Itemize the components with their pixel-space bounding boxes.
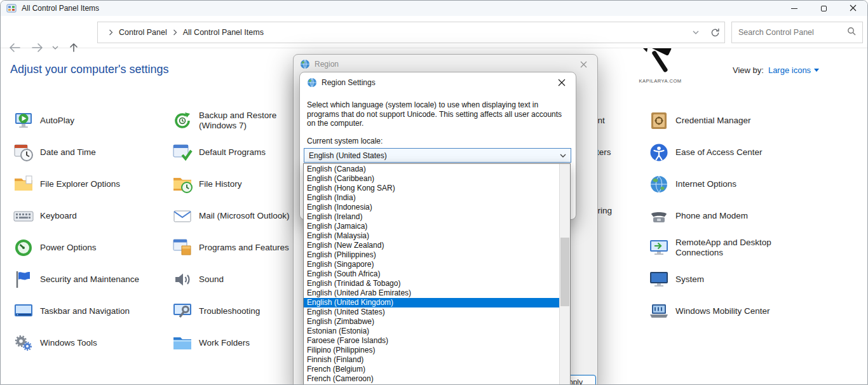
recent-pages-chevron[interactable] bbox=[49, 40, 62, 55]
control-panel-item[interactable]: System bbox=[649, 269, 704, 290]
back-button[interactable] bbox=[6, 40, 24, 55]
locale-option[interactable]: English (Canada) bbox=[304, 165, 559, 174]
region-settings-close-button[interactable] bbox=[547, 72, 576, 93]
address-dropdown-chevron[interactable] bbox=[686, 22, 705, 43]
default-programs-icon bbox=[172, 142, 193, 163]
locale-option[interactable]: English (Jamaica) bbox=[304, 222, 559, 231]
control-panel-item[interactable]: RemoteApp and Desktop Connections bbox=[649, 238, 771, 258]
current-locale-label: Current system locale: bbox=[307, 137, 383, 145]
control-panel-item-label: File Explorer Options bbox=[40, 179, 120, 190]
control-panel-item[interactable]: Mail (Microsoft Outlook) bbox=[172, 206, 290, 226]
sound-icon bbox=[172, 269, 193, 290]
security-maintenance-icon bbox=[13, 269, 34, 290]
control-panel-item[interactable]: Programs and Features bbox=[172, 238, 289, 258]
breadcrumb-all-control-panel-items[interactable]: All Control Panel Items bbox=[182, 27, 265, 38]
locale-option[interactable]: French (Belgium) bbox=[304, 365, 559, 374]
combobox-value: English (United States) bbox=[309, 151, 387, 160]
control-panel-item[interactable]: Sound bbox=[172, 269, 224, 290]
locale-option[interactable]: English (Philippines) bbox=[304, 250, 559, 260]
refresh-button[interactable] bbox=[705, 22, 724, 43]
breadcrumb-chevron-icon bbox=[104, 29, 118, 36]
system-locale-combobox[interactable]: English (United States) bbox=[304, 148, 571, 163]
locale-option[interactable]: English (Ireland) bbox=[304, 212, 559, 222]
locale-option[interactable]: English (Indonesia) bbox=[304, 203, 559, 212]
navigation-bar: Control Panel All Control Panel Items bbox=[1, 16, 867, 48]
locale-option[interactable]: English (New Zealand) bbox=[304, 241, 559, 250]
control-panel-item[interactable]: Date and Time bbox=[13, 142, 96, 163]
control-panel-item[interactable]: Backup and Restore (Windows 7) bbox=[172, 111, 276, 131]
control-panel-item-label: Ease of Access Center bbox=[675, 147, 763, 158]
control-panel-item-label: Work Folders bbox=[199, 338, 250, 349]
locale-option[interactable]: English (United Kingdom) bbox=[304, 298, 559, 307]
control-panel-item[interactable]: Default Programs bbox=[172, 142, 266, 163]
windows-tools-icon bbox=[13, 333, 34, 353]
backup-restore-icon bbox=[172, 111, 193, 131]
control-panel-item[interactable]: Windows Mobility Center bbox=[649, 301, 770, 321]
control-panel-item[interactable]: Ease of Access Center bbox=[649, 142, 763, 163]
search-input[interactable] bbox=[738, 28, 847, 37]
locale-option[interactable]: Estonian (Estonia) bbox=[304, 327, 559, 336]
window-controls bbox=[780, 1, 867, 16]
locale-dropdown-list: English (Canada)English (Caribbean)Engli… bbox=[303, 163, 571, 385]
address-bar[interactable]: Control Panel All Control Panel Items bbox=[97, 22, 725, 43]
control-panel-item[interactable]: Windows Tools bbox=[13, 333, 97, 353]
locale-option[interactable]: Filipino (Philippines) bbox=[304, 346, 559, 355]
forward-button[interactable] bbox=[29, 40, 46, 55]
locale-option[interactable]: English (South Africa) bbox=[304, 269, 559, 279]
control-panel-item-label: RemoteApp and Desktop Connections bbox=[675, 238, 771, 259]
breadcrumb-control-panel[interactable]: Control Panel bbox=[118, 27, 168, 38]
locale-option[interactable]: English (Trinidad & Tobago) bbox=[304, 279, 559, 288]
remoteapp-icon bbox=[649, 238, 669, 258]
keyboard-icon bbox=[13, 206, 34, 226]
control-panel-item[interactable]: Credential Manager bbox=[649, 111, 751, 131]
control-panel-item-label: Credential Manager bbox=[675, 116, 751, 126]
locale-option[interactable]: English (Hong Kong SAR) bbox=[304, 184, 559, 193]
locale-options: English (Canada)English (Caribbean)Engli… bbox=[304, 165, 559, 385]
control-panel-item-label: Default Programs bbox=[199, 147, 266, 158]
control-panel-item[interactable]: Security and Maintenance bbox=[13, 269, 139, 290]
globe-icon bbox=[300, 59, 310, 69]
region-dialog-close-button[interactable] bbox=[569, 55, 597, 74]
locale-option[interactable]: Faroese (Faroe Islands) bbox=[304, 336, 559, 346]
locale-option[interactable]: English (Zimbabwe) bbox=[304, 317, 559, 327]
control-panel-window: All Control Panel Items Control Panel Al… bbox=[0, 0, 868, 385]
control-panel-item-label: Windows Tools bbox=[40, 338, 97, 349]
search-icon bbox=[847, 27, 856, 38]
control-panel-item[interactable]: Power Options bbox=[13, 238, 97, 258]
control-panel-item[interactable]: File History bbox=[172, 174, 242, 194]
taskbar-navigation-icon bbox=[13, 301, 34, 321]
up-button[interactable] bbox=[65, 40, 83, 55]
locale-option[interactable]: French (Cameroon) bbox=[304, 374, 559, 384]
locale-option[interactable]: Finnish (Finland) bbox=[304, 355, 559, 365]
close-button[interactable] bbox=[838, 1, 867, 16]
control-panel-icon bbox=[6, 3, 17, 13]
control-panel-item[interactable]: Keyboard bbox=[13, 206, 77, 226]
control-panel-item[interactable]: Phone and Modem bbox=[649, 206, 748, 226]
locale-option[interactable]: English (India) bbox=[304, 193, 559, 203]
credential-manager-icon bbox=[649, 111, 669, 131]
locale-option[interactable]: English (United States) bbox=[304, 307, 559, 317]
control-panel-item-label: Backup and Restore (Windows 7) bbox=[199, 111, 276, 132]
scrollbar[interactable] bbox=[559, 164, 570, 385]
control-panel-item-label: Mail (Microsoft Outlook) bbox=[199, 211, 290, 222]
control-panel-item[interactable]: Taskbar and Navigation bbox=[13, 301, 130, 321]
control-panel-item[interactable]: Internet Options bbox=[649, 174, 736, 194]
system-icon bbox=[649, 269, 669, 290]
maximize-button[interactable] bbox=[809, 1, 838, 16]
locale-option[interactable]: English (United Arab Emirates) bbox=[304, 288, 559, 298]
locale-option[interactable]: English (Malaysia) bbox=[304, 231, 559, 241]
control-panel-item[interactable]: Work Folders bbox=[172, 333, 250, 353]
minimize-button[interactable] bbox=[780, 1, 809, 16]
region-settings-description: Select which language (system locale) to… bbox=[307, 100, 569, 128]
locale-option[interactable]: English (Singapore) bbox=[304, 260, 559, 269]
control-panel-item[interactable]: Troubleshooting bbox=[172, 301, 260, 321]
file-history-icon bbox=[172, 174, 193, 194]
locale-option[interactable]: English (Caribbean) bbox=[304, 174, 559, 184]
control-panel-item[interactable]: AutoPlay bbox=[13, 111, 74, 131]
control-panel-item-label: Windows Mobility Center bbox=[675, 306, 770, 317]
scrollbar-thumb[interactable] bbox=[560, 238, 569, 306]
control-panel-item-label: AutoPlay bbox=[40, 116, 74, 126]
search-box[interactable] bbox=[731, 22, 863, 43]
breadcrumb-chevron-icon bbox=[168, 29, 182, 36]
control-panel-item[interactable]: File Explorer Options bbox=[13, 174, 120, 194]
